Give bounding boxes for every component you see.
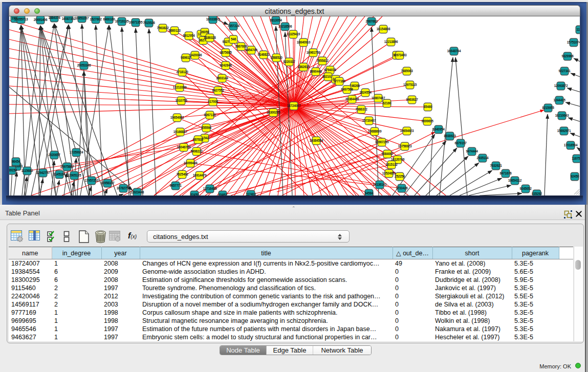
svg-text:16154808: 16154808 xyxy=(377,27,390,31)
svg-text:6879197: 6879197 xyxy=(454,141,467,145)
svg-text:7625402: 7625402 xyxy=(176,172,188,176)
svg-text:19384554: 19384554 xyxy=(310,139,323,142)
svg-text:1733426: 1733426 xyxy=(396,186,408,190)
svg-text:2803144: 2803144 xyxy=(216,76,228,80)
svg-text:12213389: 12213389 xyxy=(173,85,187,89)
svg-text:855594: 855594 xyxy=(201,126,212,129)
svg-text:8912954: 8912954 xyxy=(183,34,195,37)
svg-text:7986372: 7986372 xyxy=(355,107,367,111)
svg-text:15720407: 15720407 xyxy=(362,119,376,122)
svg-text:16914479: 16914479 xyxy=(193,173,207,177)
svg-text:16782759: 16782759 xyxy=(117,186,130,190)
svg-text:7955812: 7955812 xyxy=(316,59,329,62)
svg-text:20691406: 20691406 xyxy=(34,18,48,21)
svg-text:16087352: 16087352 xyxy=(62,17,76,20)
svg-text:26058: 26058 xyxy=(201,30,209,34)
svg-text:19654923: 19654923 xyxy=(400,129,414,133)
svg-text:1884374: 1884374 xyxy=(48,16,60,19)
svg-text:2935114: 2935114 xyxy=(477,156,489,160)
svg-text:12093872: 12093872 xyxy=(554,84,568,87)
svg-text:9463627: 9463627 xyxy=(406,98,418,101)
svg-text:18907299: 18907299 xyxy=(375,140,389,144)
svg-text:10654112: 10654112 xyxy=(508,179,522,182)
svg-text:835292: 835292 xyxy=(532,192,542,195)
svg-text:20053346: 20053346 xyxy=(77,63,91,67)
svg-text:1615132: 1615132 xyxy=(385,163,398,166)
svg-text:9699695: 9699695 xyxy=(421,119,433,123)
svg-text:9457771: 9457771 xyxy=(169,184,182,187)
svg-text:9474444: 9474444 xyxy=(466,149,478,153)
svg-text:9329966: 9329966 xyxy=(561,54,574,58)
svg-text:10719135: 10719135 xyxy=(115,19,129,23)
svg-text:7563822: 7563822 xyxy=(157,26,169,30)
svg-text:8427552: 8427552 xyxy=(212,89,224,92)
svg-text:1640954: 1640954 xyxy=(432,127,445,131)
svg-text:11923448: 11923448 xyxy=(130,190,144,194)
svg-text:16648784: 16648784 xyxy=(447,49,461,53)
svg-text:17359924: 17359924 xyxy=(70,150,83,154)
svg-text:19654982: 19654982 xyxy=(170,116,184,119)
svg-text:6794078: 6794078 xyxy=(324,68,336,72)
svg-text:1527602: 1527602 xyxy=(90,17,102,21)
svg-text:15692971: 15692971 xyxy=(557,129,571,133)
svg-text:1115682: 1115682 xyxy=(21,169,33,172)
svg-text:10958107: 10958107 xyxy=(101,181,115,185)
svg-text:85460: 85460 xyxy=(424,105,432,108)
svg-text:10973493: 10973493 xyxy=(393,53,407,57)
svg-text:9777169: 9777169 xyxy=(333,79,345,83)
svg-text:989612: 989612 xyxy=(181,56,191,59)
svg-text:15751074: 15751074 xyxy=(567,40,580,44)
svg-text:6497568: 6497568 xyxy=(341,87,353,91)
svg-text:5498222: 5498222 xyxy=(190,149,203,153)
svg-text:62160: 62160 xyxy=(383,101,391,105)
svg-text:2020657: 2020657 xyxy=(48,153,60,157)
svg-text:9084067: 9084067 xyxy=(381,152,394,156)
svg-text:1145194: 1145194 xyxy=(54,172,66,176)
svg-text:3624554: 3624554 xyxy=(359,91,372,94)
svg-text:8990448: 8990448 xyxy=(310,70,322,73)
svg-text:7632621: 7632621 xyxy=(490,164,502,167)
svg-text:12975115: 12975115 xyxy=(403,83,417,86)
svg-text:2718120: 2718120 xyxy=(176,70,188,74)
svg-text:9242848: 9242848 xyxy=(220,63,232,67)
svg-text:8220337: 8220337 xyxy=(283,60,295,63)
svg-text:19166827: 19166827 xyxy=(173,130,187,134)
svg-text:1244415: 1244415 xyxy=(553,98,565,102)
svg-text:546: 546 xyxy=(231,37,236,41)
svg-text:16961758: 16961758 xyxy=(307,51,320,54)
svg-text:8215955: 8215955 xyxy=(542,106,554,110)
svg-text:14099489: 14099489 xyxy=(184,161,198,165)
svg-text:8454749: 8454749 xyxy=(245,48,257,52)
svg-text:9146821: 9146821 xyxy=(257,53,270,56)
svg-text:1152: 1152 xyxy=(577,28,580,31)
svg-text:18640910: 18640910 xyxy=(297,40,311,44)
svg-text:10975867: 10975867 xyxy=(60,165,74,168)
svg-text:92450: 92450 xyxy=(571,174,579,178)
svg-text:8813054: 8813054 xyxy=(270,18,282,22)
svg-text:7515526: 7515526 xyxy=(143,21,155,25)
svg-text:17957253: 17957253 xyxy=(85,179,99,182)
svg-text:10853287: 10853287 xyxy=(75,16,89,20)
svg-text:8938923: 8938923 xyxy=(444,134,456,138)
svg-text:1588520: 1588520 xyxy=(270,56,282,59)
svg-text:8471676: 8471676 xyxy=(499,171,512,175)
svg-text:939154: 939154 xyxy=(9,168,17,172)
svg-text:19218506: 19218506 xyxy=(278,25,292,28)
svg-text:17016504: 17016504 xyxy=(564,143,578,147)
svg-text:7485063: 7485063 xyxy=(401,69,413,73)
svg-text:13524851: 13524851 xyxy=(382,171,396,175)
svg-text:9227341: 9227341 xyxy=(558,69,571,73)
svg-text:3875685: 3875685 xyxy=(220,51,232,54)
svg-text:16046788: 16046788 xyxy=(177,145,191,149)
svg-text:252254: 252254 xyxy=(395,174,405,178)
svg-text:19055713: 19055713 xyxy=(14,17,28,21)
svg-text:8660123: 8660123 xyxy=(168,29,181,32)
svg-text:7357224: 7357224 xyxy=(227,24,239,28)
svg-text:11325419: 11325419 xyxy=(287,32,300,36)
svg-text:18724007: 18724007 xyxy=(287,104,301,107)
svg-text:10807487: 10807487 xyxy=(372,96,385,100)
svg-text:16033809: 16033809 xyxy=(206,17,220,21)
svg-text:6466160: 6466160 xyxy=(103,17,115,21)
svg-text:96454: 96454 xyxy=(12,160,20,163)
svg-text:10688609: 10688609 xyxy=(368,129,382,133)
